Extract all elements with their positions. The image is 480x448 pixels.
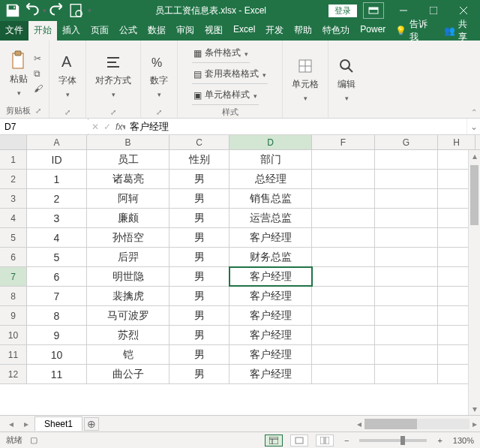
cell[interactable]: 客户经理 <box>230 326 312 344</box>
horizontal-scrollbar[interactable] <box>364 419 470 429</box>
redo-icon[interactable] <box>50 2 66 19</box>
formula-input[interactable] <box>125 119 466 134</box>
cell[interactable]: 男 <box>170 267 230 286</box>
normal-view-button[interactable] <box>265 434 283 446</box>
enter-icon[interactable]: ✓ <box>104 122 111 132</box>
cell[interactable] <box>312 209 375 227</box>
share-button[interactable]: 👥共享 <box>438 21 480 41</box>
cell[interactable] <box>312 189 375 208</box>
cell[interactable]: 1 <box>27 170 87 188</box>
tab-special[interactable]: 特色功 <box>317 21 355 41</box>
cell[interactable]: 11 <box>27 365 87 383</box>
col-header-B[interactable]: B <box>87 135 170 149</box>
zoom-thumb[interactable] <box>400 436 405 445</box>
page-layout-view-button[interactable] <box>290 434 308 446</box>
cell[interactable] <box>375 326 438 344</box>
cell[interactable]: 明世隐 <box>87 267 170 286</box>
cell[interactable] <box>375 189 438 208</box>
scroll-down-arrow[interactable]: ▾ <box>469 403 480 415</box>
cell[interactable]: 男 <box>170 326 230 344</box>
tab-review[interactable]: 审阅 <box>171 21 200 41</box>
cell[interactable]: 铠 <box>87 345 170 364</box>
cell[interactable]: 裴擒虎 <box>87 287 170 305</box>
cell-styles-button[interactable]: ▣单元格样式 <box>192 86 259 105</box>
cell[interactable]: ID <box>27 150 87 169</box>
cell[interactable]: 2 <box>27 189 87 208</box>
font-launcher[interactable]: ⤢ <box>63 108 72 116</box>
collapse-ribbon-button[interactable]: ⌃ <box>471 108 477 116</box>
cell[interactable] <box>375 209 438 227</box>
number-launcher[interactable]: ⤢ <box>154 108 164 116</box>
cell[interactable] <box>375 248 438 266</box>
align-launcher[interactable]: ⤢ <box>109 108 118 116</box>
page-break-view-button[interactable] <box>316 434 334 446</box>
clipboard-launcher[interactable]: ⤢ <box>34 107 43 115</box>
conditional-format-button[interactable]: ▦条件格式 <box>192 44 250 63</box>
cell[interactable]: 苏烈 <box>87 326 170 344</box>
cell[interactable] <box>312 267 375 286</box>
qat-customize[interactable] <box>86 2 93 19</box>
row-header[interactable]: 3 <box>0 189 27 208</box>
fx-icon[interactable]: fx <box>116 122 122 132</box>
tab-developer[interactable]: 开发 <box>260 21 289 41</box>
cell[interactable]: 部门 <box>230 150 312 169</box>
tab-layout[interactable]: 页面 <box>86 21 114 41</box>
row-header[interactable]: 10 <box>0 326 27 344</box>
col-header-D[interactable]: D <box>230 135 312 149</box>
alignment-button[interactable]: 对齐方式 <box>92 50 134 101</box>
cell[interactable] <box>312 345 375 364</box>
ribbon-display-options[interactable] <box>363 2 384 19</box>
cell[interactable]: 5 <box>27 248 87 266</box>
cell[interactable]: 销售总监 <box>230 189 312 208</box>
cell[interactable]: 客户经理 <box>230 267 312 286</box>
tell-me-search[interactable]: 💡告诉我 <box>391 21 438 41</box>
format-painter-icon[interactable]: 🖌 <box>34 83 43 94</box>
cell[interactable]: 男 <box>170 365 230 383</box>
cell[interactable]: 男 <box>170 345 230 364</box>
row-header[interactable]: 7 <box>0 267 27 286</box>
undo-dropdown[interactable] <box>40 2 48 19</box>
cell[interactable]: 客户经理 <box>230 306 312 325</box>
cell[interactable]: 马可波罗 <box>87 306 170 325</box>
tab-help[interactable]: 帮助 <box>289 21 317 41</box>
cell[interactable]: 9 <box>27 326 87 344</box>
col-header-C[interactable]: C <box>170 135 230 149</box>
cell[interactable] <box>375 228 438 247</box>
tab-insert[interactable]: 插入 <box>57 21 86 41</box>
cell[interactable]: 客户经理 <box>230 287 312 305</box>
cell[interactable]: 廉颇 <box>87 209 170 227</box>
macro-record-icon[interactable]: ▢ <box>30 435 38 445</box>
col-header-F[interactable]: F <box>312 135 375 149</box>
paste-button[interactable]: 粘贴 <box>7 49 31 99</box>
cell[interactable]: 诸葛亮 <box>87 170 170 188</box>
cell[interactable]: 客户经理 <box>230 365 312 383</box>
cell[interactable]: 阿轲 <box>87 189 170 208</box>
cell[interactable] <box>312 326 375 344</box>
sheet-nav-prev[interactable]: ◂ <box>4 419 18 429</box>
cell[interactable]: 男 <box>170 170 230 188</box>
add-sheet-button[interactable]: ⊕ <box>84 417 99 431</box>
row-header[interactable]: 11 <box>0 345 27 364</box>
cell[interactable]: 男 <box>170 209 230 227</box>
cell[interactable] <box>312 170 375 188</box>
cell[interactable] <box>375 306 438 325</box>
cell[interactable]: 员工 <box>87 150 170 169</box>
cell[interactable]: 男 <box>170 189 230 208</box>
zoom-slider[interactable] <box>359 439 427 442</box>
cell[interactable]: 总经理 <box>230 170 312 188</box>
cell[interactable] <box>312 228 375 247</box>
cell[interactable] <box>375 267 438 286</box>
row-header[interactable]: 12 <box>0 365 27 383</box>
hscroll-right[interactable]: ▸ <box>472 419 477 429</box>
font-button[interactable]: A 字体 <box>56 50 80 101</box>
cell[interactable]: 客户经理 <box>230 228 312 247</box>
row-header[interactable]: 5 <box>0 228 27 247</box>
zoom-level[interactable]: 130% <box>453 436 474 445</box>
row-header[interactable]: 1 <box>0 150 27 169</box>
col-header-A[interactable]: A <box>27 135 87 149</box>
cell[interactable]: 孙悟空 <box>87 228 170 247</box>
cell[interactable]: 曲公子 <box>87 365 170 383</box>
print-preview-icon[interactable] <box>68 2 84 19</box>
cell[interactable]: 男 <box>170 287 230 305</box>
format-as-table-button[interactable]: ▤套用表格格式 <box>192 65 268 84</box>
